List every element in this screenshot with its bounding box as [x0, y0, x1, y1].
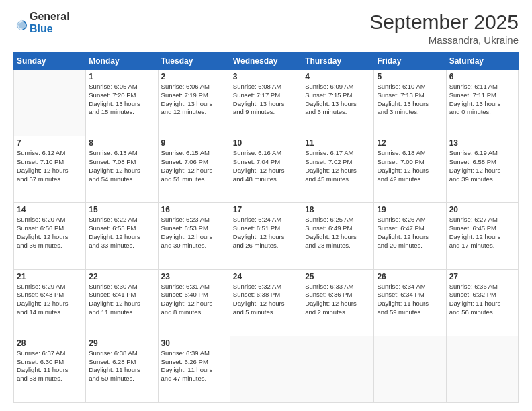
calendar-cell: 27Sunrise: 6:36 AMSunset: 6:32 PMDayligh…: [446, 269, 518, 336]
page-title: September 2025: [369, 11, 519, 33]
logo-icon: [15, 18, 28, 32]
day-number: 6: [449, 72, 515, 81]
calendar-cell: 21Sunrise: 6:29 AMSunset: 6:43 PMDayligh…: [14, 269, 86, 336]
day-number: 16: [161, 205, 227, 214]
day-number: 18: [305, 205, 371, 214]
calendar-header-tuesday: Tuesday: [158, 53, 230, 70]
calendar-cell: 26Sunrise: 6:34 AMSunset: 6:34 PMDayligh…: [374, 269, 446, 336]
day-number: 13: [449, 138, 515, 148]
calendar-cell: 18Sunrise: 6:25 AMSunset: 6:49 PMDayligh…: [302, 203, 374, 269]
day-number: 7: [17, 138, 83, 148]
calendar-cell: [374, 336, 446, 402]
calendar-header-friday: Friday: [374, 53, 446, 70]
day-info: Sunrise: 6:11 AMSunset: 7:11 PMDaylight:…: [449, 83, 515, 117]
day-info: Sunrise: 6:12 AMSunset: 7:10 PMDaylight:…: [17, 149, 83, 183]
day-number: 2: [161, 72, 227, 81]
day-number: 11: [305, 138, 371, 148]
day-info: Sunrise: 6:20 AMSunset: 6:56 PMDaylight:…: [17, 216, 83, 250]
calendar-cell: 24Sunrise: 6:32 AMSunset: 6:38 PMDayligh…: [230, 269, 302, 336]
day-number: 25: [305, 272, 371, 281]
day-number: 29: [89, 338, 154, 348]
day-number: 14: [17, 205, 83, 214]
day-number: 17: [233, 205, 299, 214]
calendar-cell: 30Sunrise: 6:39 AMSunset: 6:26 PMDayligh…: [158, 336, 230, 402]
calendar-header-sunday: Sunday: [14, 53, 86, 70]
calendar-table: SundayMondayTuesdayWednesdayThursdayFrid…: [13, 52, 519, 403]
logo: General Blue: [13, 11, 70, 34]
day-number: 22: [89, 272, 154, 281]
day-number: 12: [377, 138, 443, 148]
calendar-cell: 3Sunrise: 6:08 AMSunset: 7:17 PMDaylight…: [230, 70, 302, 136]
calendar-cell: 13Sunrise: 6:19 AMSunset: 6:58 PMDayligh…: [446, 136, 518, 203]
day-info: Sunrise: 6:16 AMSunset: 7:04 PMDaylight:…: [233, 149, 299, 183]
day-info: Sunrise: 6:05 AMSunset: 7:20 PMDaylight:…: [89, 83, 154, 117]
day-number: 19: [377, 205, 443, 214]
header: General Blue September 2025 Massandra, U…: [13, 11, 519, 46]
calendar-cell: 10Sunrise: 6:16 AMSunset: 7:04 PMDayligh…: [230, 136, 302, 203]
day-info: Sunrise: 6:26 AMSunset: 6:47 PMDaylight:…: [377, 216, 443, 250]
calendar-week-5: 28Sunrise: 6:37 AMSunset: 6:30 PMDayligh…: [14, 336, 519, 402]
calendar-cell: 22Sunrise: 6:30 AMSunset: 6:41 PMDayligh…: [86, 269, 158, 336]
day-info: Sunrise: 6:39 AMSunset: 6:26 PMDaylight:…: [161, 349, 227, 383]
page-subtitle: Massandra, Ukraine: [369, 34, 519, 46]
day-number: 23: [161, 272, 227, 281]
day-info: Sunrise: 6:13 AMSunset: 7:08 PMDaylight:…: [89, 149, 154, 183]
day-info: Sunrise: 6:38 AMSunset: 6:28 PMDaylight:…: [89, 349, 154, 383]
calendar-cell: [230, 336, 302, 402]
calendar-week-4: 21Sunrise: 6:29 AMSunset: 6:43 PMDayligh…: [14, 269, 519, 336]
day-info: Sunrise: 6:23 AMSunset: 6:53 PMDaylight:…: [161, 216, 227, 250]
day-info: Sunrise: 6:34 AMSunset: 6:34 PMDaylight:…: [377, 283, 443, 317]
calendar-week-3: 14Sunrise: 6:20 AMSunset: 6:56 PMDayligh…: [14, 203, 519, 269]
day-info: Sunrise: 6:18 AMSunset: 7:00 PMDaylight:…: [377, 149, 443, 183]
calendar-cell: 1Sunrise: 6:05 AMSunset: 7:20 PMDaylight…: [86, 70, 158, 136]
day-info: Sunrise: 6:22 AMSunset: 6:55 PMDaylight:…: [89, 216, 154, 250]
calendar-header-monday: Monday: [86, 53, 158, 70]
day-info: Sunrise: 6:06 AMSunset: 7:19 PMDaylight:…: [161, 83, 227, 117]
calendar-cell: [446, 336, 518, 402]
day-info: Sunrise: 6:09 AMSunset: 7:15 PMDaylight:…: [305, 83, 371, 117]
calendar-cell: 14Sunrise: 6:20 AMSunset: 6:56 PMDayligh…: [14, 203, 86, 269]
day-number: 3: [233, 72, 299, 81]
calendar-cell: 25Sunrise: 6:33 AMSunset: 6:36 PMDayligh…: [302, 269, 374, 336]
calendar-header-wednesday: Wednesday: [230, 53, 302, 70]
day-info: Sunrise: 6:37 AMSunset: 6:30 PMDaylight:…: [17, 349, 83, 383]
calendar-header-saturday: Saturday: [446, 53, 518, 70]
day-info: Sunrise: 6:10 AMSunset: 7:13 PMDaylight:…: [377, 83, 443, 117]
calendar-cell: 23Sunrise: 6:31 AMSunset: 6:40 PMDayligh…: [158, 269, 230, 336]
calendar-cell: 28Sunrise: 6:37 AMSunset: 6:30 PMDayligh…: [14, 336, 86, 402]
calendar-cell: 12Sunrise: 6:18 AMSunset: 7:00 PMDayligh…: [374, 136, 446, 203]
calendar-cell: 17Sunrise: 6:24 AMSunset: 6:51 PMDayligh…: [230, 203, 302, 269]
day-info: Sunrise: 6:30 AMSunset: 6:41 PMDaylight:…: [89, 283, 154, 317]
calendar-cell: [302, 336, 374, 402]
calendar-cell: 8Sunrise: 6:13 AMSunset: 7:08 PMDaylight…: [86, 136, 158, 203]
day-number: 26: [377, 272, 443, 281]
day-info: Sunrise: 6:36 AMSunset: 6:32 PMDaylight:…: [449, 283, 515, 317]
calendar-header-row: SundayMondayTuesdayWednesdayThursdayFrid…: [14, 53, 519, 70]
calendar-cell: 11Sunrise: 6:17 AMSunset: 7:02 PMDayligh…: [302, 136, 374, 203]
day-info: Sunrise: 6:27 AMSunset: 6:45 PMDaylight:…: [449, 216, 515, 250]
day-number: 8: [89, 138, 154, 148]
day-number: 10: [233, 138, 299, 148]
calendar-cell: 2Sunrise: 6:06 AMSunset: 7:19 PMDaylight…: [158, 70, 230, 136]
day-number: 21: [17, 272, 83, 281]
calendar-cell: 15Sunrise: 6:22 AMSunset: 6:55 PMDayligh…: [86, 203, 158, 269]
day-number: 4: [305, 72, 371, 81]
calendar-cell: 19Sunrise: 6:26 AMSunset: 6:47 PMDayligh…: [374, 203, 446, 269]
calendar-cell: 6Sunrise: 6:11 AMSunset: 7:11 PMDaylight…: [446, 70, 518, 136]
day-info: Sunrise: 6:25 AMSunset: 6:49 PMDaylight:…: [305, 216, 371, 250]
day-number: 1: [89, 72, 154, 81]
day-info: Sunrise: 6:33 AMSunset: 6:36 PMDaylight:…: [305, 283, 371, 317]
logo-blue: Blue: [30, 23, 70, 35]
calendar-week-1: 1Sunrise: 6:05 AMSunset: 7:20 PMDaylight…: [14, 70, 519, 136]
day-info: Sunrise: 6:15 AMSunset: 7:06 PMDaylight:…: [161, 149, 227, 183]
day-info: Sunrise: 6:29 AMSunset: 6:43 PMDaylight:…: [17, 283, 83, 317]
calendar-cell: [14, 70, 86, 136]
day-info: Sunrise: 6:24 AMSunset: 6:51 PMDaylight:…: [233, 216, 299, 250]
day-number: 24: [233, 272, 299, 281]
day-info: Sunrise: 6:08 AMSunset: 7:17 PMDaylight:…: [233, 83, 299, 117]
day-number: 15: [89, 205, 154, 214]
title-block: September 2025 Massandra, Ukraine: [369, 11, 519, 46]
calendar-week-2: 7Sunrise: 6:12 AMSunset: 7:10 PMDaylight…: [14, 136, 519, 203]
calendar-cell: 4Sunrise: 6:09 AMSunset: 7:15 PMDaylight…: [302, 70, 374, 136]
page: General Blue September 2025 Massandra, U…: [0, 0, 532, 411]
